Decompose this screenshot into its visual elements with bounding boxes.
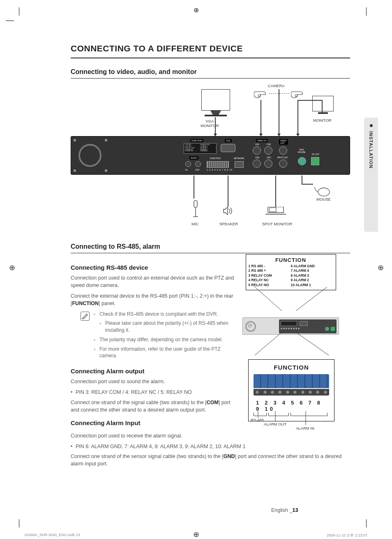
- pin-row: 9 ALARM 2: [291, 278, 333, 282]
- print-date: 2009-11-10 오후 2:13:07: [327, 533, 367, 538]
- panel-label-out: OUT: [195, 169, 200, 171]
- spot-monitor-icon: [265, 207, 286, 212]
- monitor-icon: [312, 96, 334, 111]
- bnc-spot-out: [279, 160, 287, 168]
- bnc-ch1: [253, 146, 261, 155]
- registration-mark-top: ⊕: [194, 6, 199, 14]
- print-metadata: 02489A_SHR-3040_ENG.indb 13 2009-11-10 오…: [0, 533, 392, 538]
- section-heading: Connecting to video, audio, and monitor: [71, 68, 350, 79]
- arrow: [297, 100, 322, 101]
- label-rs485: RS-485: [251, 418, 264, 422]
- bnc-ch3: [253, 160, 261, 168]
- function-title: FUNCTION: [254, 364, 329, 371]
- panel-label-vga: VGA: [225, 139, 232, 142]
- arrow: [322, 100, 323, 112]
- svg-rect-6: [270, 208, 276, 212]
- svg-rect-2: [194, 200, 197, 208]
- pin-row: 2 RS 485 +: [249, 268, 291, 273]
- arrow: [275, 176, 276, 207]
- svg-line-12: [296, 332, 329, 355]
- page-footer: English _13: [271, 507, 298, 513]
- label-camera: CAMERA: [268, 83, 285, 88]
- panel-label-function: FUNCTION: [210, 157, 221, 160]
- mini-ps2: [325, 327, 329, 331]
- bnc-ch4: [264, 160, 272, 168]
- mini-function-block: [281, 321, 297, 326]
- subsection-heading: Connecting RS-485 device: [71, 264, 234, 271]
- panel-label-spot-out: SPOT OUT: [277, 156, 288, 159]
- mini-connectors: [281, 328, 300, 329]
- note-item: For more information, refer to the user …: [94, 346, 234, 360]
- crop-mark: [366, 519, 367, 527]
- bullet-item: PIN 3: RELAY COM / 4: RELAY NC / 5: RELA…: [71, 389, 234, 396]
- vga-monitor-base: [205, 115, 227, 116]
- pin-row: 3 RELAY COM: [249, 273, 291, 278]
- svg-line-9: [255, 287, 282, 311]
- pin-row: 4 RELAY NC: [249, 278, 291, 282]
- note-icon: [81, 312, 90, 321]
- mouse-icon: [314, 185, 329, 196]
- panel-label-in: IN: [185, 169, 187, 171]
- crop-mark: [366, 7, 367, 16]
- bnc-ch2: [264, 146, 272, 155]
- paragraph: Connection port used to sound the alarm.: [71, 378, 234, 385]
- svg-line-10: [296, 287, 327, 311]
- page-title: CONNECTING TO A DIFFERENT DEVICE: [71, 44, 350, 58]
- panel-label-audio: AUDIO: [189, 156, 198, 160]
- tab-bullet: [370, 124, 373, 127]
- connection-diagram: CAMERA VGAMONITOR MONITOR MOUSE MIC SPEA…: [71, 83, 350, 236]
- registration-mark-left: ⊕: [9, 263, 15, 272]
- panel-label-video-out: VIDEOOUT: [279, 139, 288, 145]
- paragraph: Connect one strand of the signal cable (…: [71, 399, 234, 414]
- note-item: Check if the RS-485 device is compliant …: [94, 311, 234, 318]
- camera-icon: [291, 90, 305, 99]
- section-heading: Connecting to RS-485, alarm: [71, 243, 350, 253]
- panel-label-ps2: PS/2MOUSE: [298, 149, 305, 153]
- svg-point-8: [318, 188, 330, 196]
- crop-mark: [6, 21, 14, 21]
- function-callout: FUNCTION 1 RS 485 - 2 RS 485 + 3 RELAY C…: [242, 254, 339, 421]
- pin-row: 8 ALARM 3: [291, 273, 333, 278]
- pin-row: 7 ALARM 4: [291, 268, 333, 273]
- function-title: FUNCTION: [249, 257, 333, 263]
- pin-row: 6 ALARM GND: [291, 264, 333, 268]
- label-mic: MIC: [191, 222, 198, 226]
- arrow: [302, 184, 313, 185]
- arrow: [279, 89, 279, 134]
- svg-line-11: [255, 332, 282, 355]
- panel-label-dc12v: DC 12V: [312, 153, 319, 155]
- arrow: [228, 176, 228, 207]
- screw: [105, 169, 107, 172]
- bullet-item: PIN 6: ALARM GND, 7: ALARM 4, 8: ALARM 3…: [71, 443, 350, 450]
- arrow: [297, 100, 298, 134]
- note-item: Please take care about the polarity (+/-…: [99, 320, 234, 334]
- mini-dc: [331, 327, 335, 331]
- terminal-numbers: 1 2 3 4 5 6 7 8 9 10: [254, 400, 329, 412]
- pin-row: 1 RS 485 -: [249, 264, 291, 268]
- function-terminal: [207, 161, 229, 168]
- panel-label-ch4: CH4: [267, 156, 271, 159]
- page: INSTALLATION CONNECTING TO A DIFFERENT D…: [21, 16, 374, 510]
- audio-out-connector: [195, 161, 201, 167]
- terminal-strip: [254, 374, 329, 388]
- audio-in-connector: [185, 161, 191, 167]
- panel-label-video-in: VIDEO IN: [256, 139, 267, 142]
- subsection-heading: Connecting Alarm Input: [71, 419, 234, 426]
- vga-monitor-icon: [201, 89, 230, 111]
- vga-port: [221, 144, 235, 152]
- callout-lines: [242, 287, 339, 316]
- note-block: Check if the RS-485 device is compliant …: [81, 311, 234, 362]
- monitor-base: [318, 112, 328, 114]
- panel-pins: 1 2 3 4 5 6 7 8 9 10: [207, 169, 233, 171]
- note-item: The polarity may differ, depending on th…: [94, 336, 234, 343]
- label-vga-monitor: VGAMONITOR: [201, 119, 219, 128]
- speaker-icon: [223, 207, 233, 216]
- tab-label: INSTALLATION: [369, 131, 374, 169]
- panel-function-pins: 1 RS 485 -2 RS 485 +3 RELAY COM4 RELAY N…: [184, 143, 217, 154]
- screw: [74, 139, 76, 141]
- mini-vga: [300, 321, 308, 326]
- arrow: [261, 100, 261, 134]
- registration-mark-right: ⊕: [378, 263, 384, 272]
- arrow: [302, 176, 302, 184]
- subsection-heading: Connecting Alarm output: [71, 368, 234, 375]
